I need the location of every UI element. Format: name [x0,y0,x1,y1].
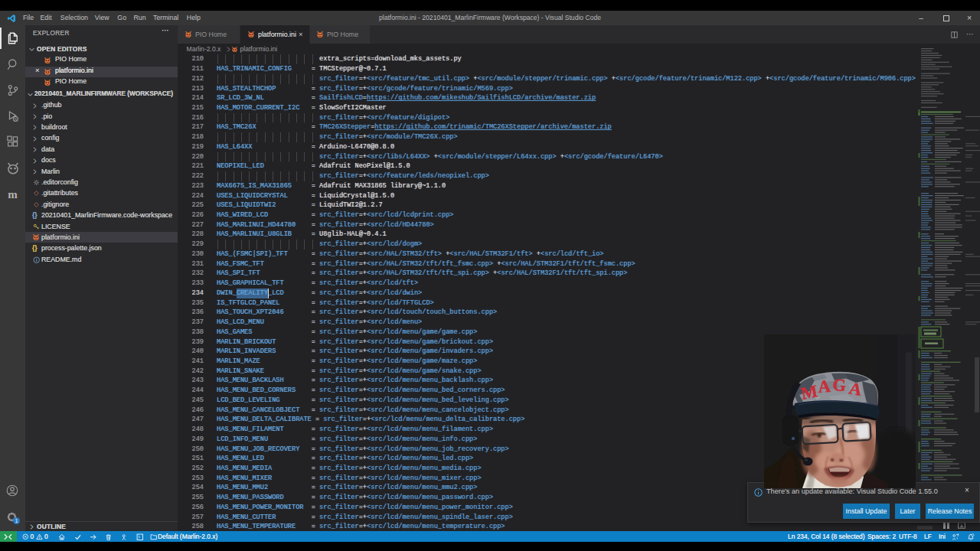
svg-text:G: G [832,375,847,395]
svg-text:A: A [818,377,832,396]
